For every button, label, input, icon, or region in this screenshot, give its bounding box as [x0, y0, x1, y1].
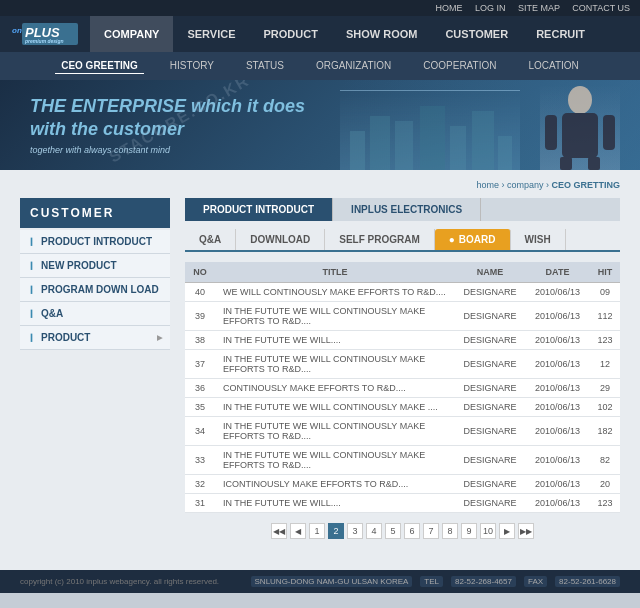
sidebar-item-new-product[interactable]: NEW PRODUCT: [20, 254, 170, 278]
breadcrumb-sep1: ›: [501, 180, 504, 190]
nav-home[interactable]: HOME: [435, 3, 462, 13]
footer-phone: 82-52-268-4657: [451, 576, 516, 587]
cell-title[interactable]: IN THE FUTUTE WE WILL CONTINOUSLY MAKE E…: [215, 302, 455, 331]
cell-name: DESIGNARE: [455, 417, 525, 446]
page-9[interactable]: 9: [461, 523, 477, 539]
subnav-location[interactable]: LOCATION: [522, 58, 584, 74]
nav-contact[interactable]: CONTACT US: [572, 3, 630, 13]
page-4[interactable]: 4: [366, 523, 382, 539]
sidebar-item-program-download[interactable]: PROGRAM DOWN LOAD: [20, 278, 170, 302]
svg-rect-11: [498, 136, 512, 170]
nav-recruit[interactable]: RECRUIT: [522, 16, 599, 52]
page-5[interactable]: 5: [385, 523, 401, 539]
page-8[interactable]: 8: [442, 523, 458, 539]
tab-board[interactable]: ● BOARD: [435, 229, 511, 250]
table-row[interactable]: 38 IN THE FUTUTE WE WILL.... DESIGNARE 2…: [185, 331, 620, 350]
cell-title[interactable]: IN THE FUTUTE WE WILL....: [215, 494, 455, 513]
cell-name: DESIGNARE: [455, 302, 525, 331]
page-6[interactable]: 6: [404, 523, 420, 539]
svg-rect-15: [588, 157, 600, 170]
cell-date: 2010/06/13: [525, 350, 590, 379]
table-body: 40 WE WILL CONTINOUSLY MAKE EFFORTS TO R…: [185, 283, 620, 513]
cell-name: DESIGNARE: [455, 283, 525, 302]
page-last[interactable]: ▶▶: [518, 523, 534, 539]
page-next[interactable]: ▶: [499, 523, 515, 539]
footer-fax: 82-52-261-6628: [555, 576, 620, 587]
table-row[interactable]: 31 IN THE FUTUTE WE WILL.... DESIGNARE 2…: [185, 494, 620, 513]
section-tab-inplus-electronics[interactable]: INPLUS ELECTRONICS: [333, 198, 481, 221]
nav-sitemap[interactable]: SITE MAP: [518, 3, 560, 13]
table-row[interactable]: 40 WE WILL CONTINOUSLY MAKE EFFORTS TO R…: [185, 283, 620, 302]
page-1[interactable]: 1: [309, 523, 325, 539]
table-row[interactable]: 35 IN THE FUTUTE WE WILL CONTINOUSLY MAK…: [185, 398, 620, 417]
footer-address: SNLUNG-DONG NAM-GU ULSAN KOREA: [251, 576, 413, 587]
nav-service[interactable]: SERVICE: [173, 16, 249, 52]
hero-text: THE ENTERPRISE which it does with the cu…: [30, 95, 305, 156]
page-prev[interactable]: ◀: [290, 523, 306, 539]
section-tab-product-introduct[interactable]: PRODUCT INTRODUCT: [185, 198, 333, 221]
page-7[interactable]: 7: [423, 523, 439, 539]
sidebar-item-label: PRODUCT INTRODUCT: [41, 236, 152, 247]
pagination: ◀◀ ◀ 1 2 3 4 5 6 7 8 9 10 ▶ ▶▶: [185, 513, 620, 549]
tab-self-program[interactable]: SELF PROGRAM: [325, 229, 435, 250]
breadcrumb-home[interactable]: home: [476, 180, 499, 190]
cell-hit: 29: [590, 379, 620, 398]
main-layout: CUSTOMER PRODUCT INTRODUCT NEW PRODUCT P…: [20, 198, 620, 549]
subnav-ceo-greeting[interactable]: CEO GREETING: [55, 58, 144, 74]
cell-title[interactable]: WE WILL CONTINOUSLY MAKE EFFORTS TO R&D.…: [215, 283, 455, 302]
cell-title[interactable]: ICONTINOUSLY MAKE EFFORTS TO R&D....: [215, 475, 455, 494]
subnav-cooperation[interactable]: COOPERATION: [417, 58, 502, 74]
cell-hit: 112: [590, 302, 620, 331]
tab-wish[interactable]: WISH: [511, 229, 566, 250]
cell-hit: 123: [590, 331, 620, 350]
breadcrumb-company[interactable]: company: [507, 180, 544, 190]
table-row[interactable]: 32 ICONTINOUSLY MAKE EFFORTS TO R&D.... …: [185, 475, 620, 494]
section-tabs: PRODUCT INTRODUCT INPLUS ELECTRONICS: [185, 198, 620, 221]
nav-company[interactable]: COMPANY: [90, 16, 173, 52]
cell-date: 2010/06/13: [525, 398, 590, 417]
nav-customer[interactable]: CUSTOMER: [431, 16, 522, 52]
col-name: NAME: [455, 262, 525, 283]
sidebar-item-label: NEW PRODUCT: [41, 260, 117, 271]
page-2[interactable]: 2: [328, 523, 344, 539]
tab-download[interactable]: DOWNLOAD: [236, 229, 325, 250]
table-header: NO TITLE NAME DATE HIT: [185, 262, 620, 283]
cell-title[interactable]: IN THE FUTUTE WE WILL CONTINOUSLY MAKE E…: [215, 417, 455, 446]
footer-contact: SNLUNG-DONG NAM-GU ULSAN KOREA TEL 82-52…: [251, 576, 620, 587]
cell-name: DESIGNARE: [455, 494, 525, 513]
cell-date: 2010/06/13: [525, 494, 590, 513]
nav-login[interactable]: LOG IN: [475, 3, 506, 13]
cell-title[interactable]: IN THE FUTUTE WE WILL CONTINOUSLY MAKE .…: [215, 398, 455, 417]
cell-title[interactable]: IN THE FUTUTE WE WILL CONTINOUSLY MAKE E…: [215, 350, 455, 379]
sidebar-item-qa[interactable]: Q&A: [20, 302, 170, 326]
content-area: home › company › CEO GRETTING CUSTOMER P…: [0, 170, 640, 570]
sidebar-item-label: Q&A: [41, 308, 63, 319]
cell-no: 34: [185, 417, 215, 446]
sidebar-item-product[interactable]: PRODUCT: [20, 326, 170, 350]
table-row[interactable]: 34 IN THE FUTUTE WE WILL CONTINOUSLY MAK…: [185, 417, 620, 446]
breadcrumb: home › company › CEO GRETTING: [476, 180, 620, 190]
table-row[interactable]: 37 IN THE FUTUTE WE WILL CONTINOUSLY MAK…: [185, 350, 620, 379]
svg-rect-7: [395, 121, 413, 170]
board-icon: ●: [449, 234, 455, 245]
sidebar-item-product-introduct[interactable]: PRODUCT INTRODUCT: [20, 230, 170, 254]
subnav-organization[interactable]: ORGANIZATION: [310, 58, 397, 74]
page-10[interactable]: 10: [480, 523, 496, 539]
subnav-status[interactable]: STATUS: [240, 58, 290, 74]
cell-title[interactable]: CONTINOUSLY MAKE EFFORTS TO R&D....: [215, 379, 455, 398]
table-row[interactable]: 36 CONTINOUSLY MAKE EFFORTS TO R&D.... D…: [185, 379, 620, 398]
cell-title[interactable]: IN THE FUTUTE WE WILL CONTINOUSLY MAKE E…: [215, 446, 455, 475]
cell-title[interactable]: IN THE FUTUTE WE WILL....: [215, 331, 455, 350]
subnav-history[interactable]: HISTORY: [164, 58, 220, 74]
nav-product[interactable]: PRODUCT: [250, 16, 332, 52]
tab-qa[interactable]: Q&A: [185, 229, 236, 250]
table-row[interactable]: 39 IN THE FUTUTE WE WILL CONTINOUSLY MAK…: [185, 302, 620, 331]
page-3[interactable]: 3: [347, 523, 363, 539]
cell-no: 31: [185, 494, 215, 513]
cell-no: 37: [185, 350, 215, 379]
cell-hit: 12: [590, 350, 620, 379]
page-first[interactable]: ◀◀: [271, 523, 287, 539]
cell-no: 35: [185, 398, 215, 417]
table-row[interactable]: 33 IN THE FUTUTE WE WILL CONTINOUSLY MAK…: [185, 446, 620, 475]
nav-showroom[interactable]: SHOW ROOM: [332, 16, 432, 52]
